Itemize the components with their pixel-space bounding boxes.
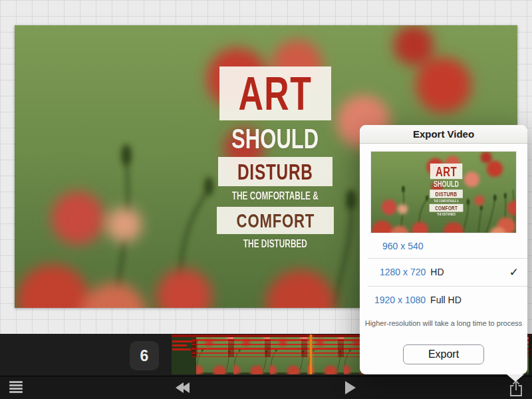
title-line-art: ART (239, 70, 313, 117)
resolution-note: Higher-resolution will take a long time … (360, 319, 527, 327)
title-line-comfort: COMFORT (236, 211, 314, 231)
menu-icon (9, 381, 23, 383)
export-button[interactable]: Export (403, 344, 484, 364)
play-icon (345, 381, 356, 394)
popover-header: Export Video (360, 125, 527, 144)
rewind-button[interactable] (176, 382, 196, 394)
title-line-comfort-box: COMFORT (217, 207, 334, 234)
title-line-disturb: DISTURB (237, 161, 313, 183)
play-button[interactable] (345, 381, 357, 394)
popover-arrow (507, 374, 524, 382)
export-popover: Export Video ART SHOULD DISTURB THE COMF… (360, 125, 527, 374)
menu-button[interactable] (9, 381, 25, 394)
title-line-comfortable: THE COMFORTABLE & (232, 191, 319, 201)
checkmark-icon: ✓ (509, 265, 519, 279)
canvas-title-overlay: ART SHOULD DISTURB THE COMFORTABLE & COM… (203, 66, 347, 249)
popover-title: Export Video (413, 128, 474, 140)
resolution-option-1920x1080[interactable]: 1920 x 1080 Full HD (360, 286, 527, 314)
bottom-toolbar (0, 376, 532, 399)
resolution-option-960x540[interactable]: 960 x 540 (360, 233, 527, 258)
title-line-should: SHOULD (231, 125, 319, 153)
share-icon (507, 379, 525, 398)
playhead[interactable] (310, 334, 312, 374)
clip-count-badge[interactable]: 6 (130, 341, 159, 370)
page-background: ART SHOULD DISTURB THE COMFORTABLE & COM… (0, 0, 532, 399)
title-line-art-box: ART (219, 66, 331, 120)
resolution-option-1280x720[interactable]: 1280 x 720 HD ✓ (360, 258, 527, 286)
title-line-disturbed: THE DISTURBED (243, 239, 307, 249)
share-button[interactable] (507, 379, 525, 398)
title-line-disturb-box: DISTURB (218, 157, 332, 186)
export-video-thumbnail: ART SHOULD DISTURB THE COMFORTABLE & COM… (371, 152, 516, 233)
